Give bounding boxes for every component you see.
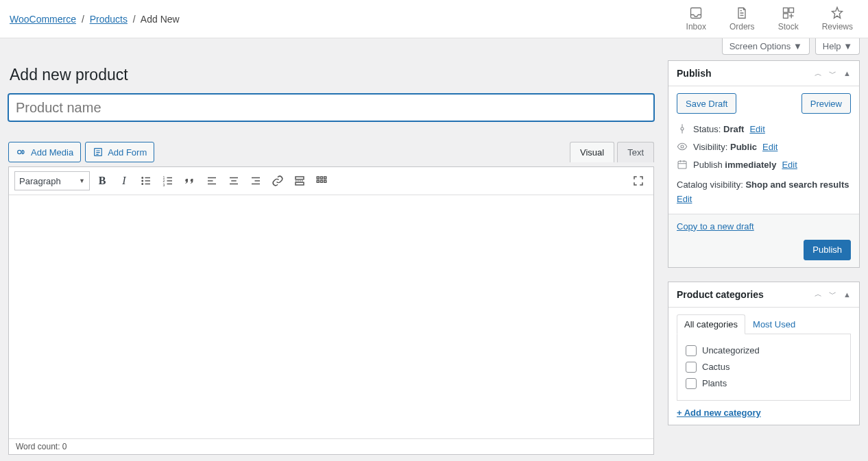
editor-status-bar: Word count: 0	[9, 438, 653, 454]
top-bar: WooCommerce / Products / Add New Inbox O…	[0, 0, 868, 38]
bold-button[interactable]: B	[93, 171, 112, 190]
tab-all-categories[interactable]: All categories	[677, 314, 745, 334]
format-select[interactable]: Paragraph▼	[14, 171, 90, 190]
breadcrumb-current: Add New	[141, 14, 180, 25]
preview-button[interactable]: Preview	[801, 93, 851, 114]
numbered-list-button[interactable]: 123	[158, 171, 178, 190]
toolbar-toggle-button[interactable]	[312, 171, 331, 190]
svg-point-7	[142, 180, 143, 182]
edit-catalog-link[interactable]: Edit	[677, 194, 692, 204]
tab-text[interactable]: Text	[617, 142, 654, 162]
toggle-panel-icon[interactable]: ▲	[843, 290, 851, 299]
svg-rect-29	[296, 182, 304, 185]
category-list: Uncategorized Cactus Plants	[686, 342, 842, 392]
publish-button[interactable]: Publish	[804, 240, 851, 260]
svg-rect-33	[317, 180, 319, 182]
svg-point-4	[18, 150, 21, 153]
category-item: Cactus	[686, 359, 842, 375]
svg-point-6	[142, 177, 143, 179]
svg-rect-38	[678, 161, 686, 169]
orders-icon	[735, 6, 749, 20]
tab-visual[interactable]: Visual	[570, 142, 614, 162]
read-more-button[interactable]	[290, 171, 309, 190]
catalog-visibility-row: Catalog visibility: Shop and search resu…	[677, 178, 851, 207]
category-item: Uncategorized	[686, 342, 842, 359]
categories-box-title: Product categories	[677, 289, 764, 300]
activity-reviews[interactable]: Reviews	[822, 6, 853, 32]
help-toggle[interactable]: Help ▼	[815, 38, 860, 55]
toggle-panel-icon[interactable]: ▲	[843, 69, 851, 77]
category-checkbox-uncategorized[interactable]	[686, 345, 697, 356]
category-item: Plants	[686, 375, 842, 392]
add-new-category-link[interactable]: + Add new category	[677, 408, 761, 418]
edit-visibility-link[interactable]: Edit	[762, 142, 777, 152]
publish-box: Publish ︿ ﹀ ▲ Save Draft Preview Status:…	[668, 60, 860, 268]
link-button[interactable]	[268, 171, 287, 190]
italic-button[interactable]: I	[114, 171, 134, 190]
calendar-icon	[677, 159, 688, 170]
move-up-icon[interactable]: ︿	[815, 289, 822, 299]
edit-status-link[interactable]: Edit	[749, 124, 764, 134]
reviews-icon	[830, 6, 844, 20]
bullet-list-button[interactable]	[136, 171, 156, 190]
align-right-button[interactable]	[246, 171, 265, 190]
categories-box: Product categories ︿ ﹀ ▲ All categories …	[668, 282, 860, 425]
breadcrumb-woocommerce[interactable]: WooCommerce	[10, 14, 76, 25]
svg-point-37	[681, 145, 684, 148]
svg-rect-31	[321, 177, 323, 179]
svg-rect-3	[783, 14, 788, 18]
save-draft-button[interactable]: Save Draft	[677, 93, 736, 114]
move-down-icon[interactable]: ﹀	[829, 289, 836, 299]
page-title: Add new product	[10, 66, 654, 84]
form-icon	[93, 147, 104, 158]
editor-box: Paragraph▼ B I 123	[8, 166, 654, 455]
activity-orders[interactable]: Orders	[730, 6, 755, 32]
breadcrumb-products[interactable]: Products	[90, 14, 128, 25]
screen-options-toggle[interactable]: Screen Options ▼	[722, 38, 810, 55]
eye-icon	[677, 141, 688, 152]
category-label: Uncategorized	[702, 345, 760, 356]
category-checkbox-cactus[interactable]	[686, 362, 697, 373]
svg-rect-27	[296, 177, 304, 179]
svg-rect-1	[783, 8, 788, 13]
svg-text:3: 3	[163, 183, 165, 187]
svg-rect-32	[324, 177, 326, 179]
media-icon	[16, 147, 27, 158]
svg-rect-35	[324, 180, 326, 182]
breadcrumb: WooCommerce / Products / Add New	[10, 14, 180, 25]
editor-canvas[interactable]	[9, 195, 653, 438]
tab-most-used[interactable]: Most Used	[745, 314, 803, 334]
move-up-icon[interactable]: ︿	[815, 68, 822, 79]
svg-point-8	[142, 184, 143, 185]
category-label: Plants	[702, 378, 727, 388]
copy-to-draft-link[interactable]: Copy to a new draft	[677, 221, 754, 232]
svg-rect-34	[321, 180, 323, 182]
product-name-input[interactable]	[8, 94, 654, 121]
screen-meta: Screen Options ▼ Help ▼	[0, 38, 868, 55]
add-form-button[interactable]: Add Form	[85, 142, 154, 162]
blockquote-button[interactable]	[180, 171, 200, 190]
publish-box-title: Publish	[677, 68, 712, 79]
activity-stock[interactable]: Stock	[778, 6, 799, 32]
editor-toolbar: Paragraph▼ B I 123	[9, 167, 653, 195]
inbox-icon	[689, 6, 703, 20]
svg-rect-30	[317, 177, 319, 179]
pin-icon	[677, 123, 688, 134]
svg-rect-2	[788, 8, 793, 13]
schedule-row: Publish immediately Edit	[677, 159, 851, 170]
align-left-button[interactable]	[202, 171, 221, 190]
add-media-button[interactable]: Add Media	[8, 142, 81, 162]
svg-point-36	[681, 127, 684, 130]
move-down-icon[interactable]: ﹀	[829, 68, 836, 79]
category-label: Cactus	[702, 362, 730, 372]
activity-inbox[interactable]: Inbox	[686, 6, 706, 32]
fullscreen-button[interactable]	[629, 171, 648, 190]
status-row: Status: Draft Edit	[677, 123, 851, 134]
stock-icon	[782, 6, 795, 20]
align-center-button[interactable]	[224, 171, 243, 190]
edit-schedule-link[interactable]: Edit	[782, 160, 797, 170]
category-checkbox-plants[interactable]	[686, 378, 697, 389]
activity-panel: Inbox Orders Stock Reviews	[686, 6, 853, 32]
visibility-row: Visibility: Public Edit	[677, 141, 851, 152]
